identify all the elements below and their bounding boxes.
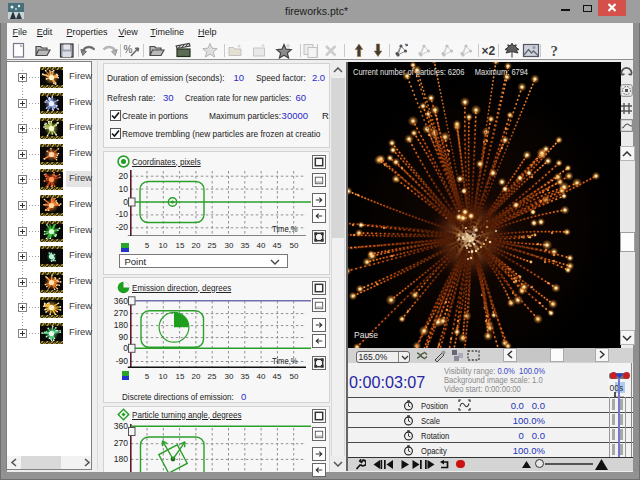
svg-text:%: % — [123, 44, 132, 55]
svg-text:?: ? — [551, 43, 559, 59]
svg-text:×2: ×2 — [481, 44, 495, 58]
